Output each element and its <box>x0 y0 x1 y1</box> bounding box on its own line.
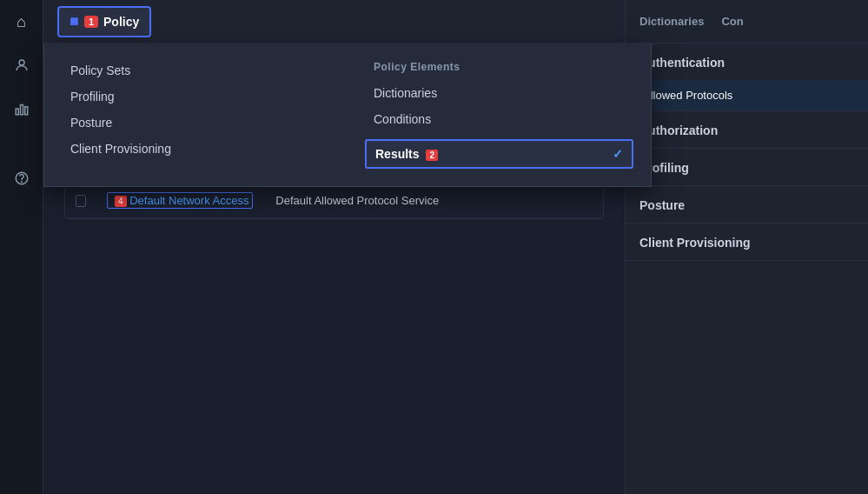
profiling-title[interactable]: Profiling <box>626 149 868 185</box>
profiling-section: Profiling <box>626 149 868 186</box>
authorization-section: Authorization <box>626 111 868 149</box>
posture-item[interactable]: Posture <box>62 110 330 136</box>
row-checkbox[interactable] <box>76 195 86 207</box>
authorization-title[interactable]: Authorization <box>626 111 868 148</box>
right-panel: Dictionaries Con Authentication Allowed … <box>625 0 868 494</box>
allowed-protocols-item[interactable]: Allowed Protocols <box>626 80 868 110</box>
results-item[interactable]: Results 2 ✓ <box>365 139 633 169</box>
left-sidebar: ⌂ <box>0 0 43 494</box>
results-badge: 2 <box>426 150 438 161</box>
top-nav: ■ 1 Policy <box>43 0 625 43</box>
chart-icon[interactable] <box>0 87 43 130</box>
svg-point-0 <box>19 60 24 65</box>
question-icon[interactable] <box>0 157 43 200</box>
policy-badge: 1 <box>84 16 98 28</box>
profiling-item[interactable]: Profiling <box>62 83 330 110</box>
service-name-text: Default Network Access <box>129 194 248 207</box>
dropdown-right-section: Policy Elements Dictionaries Conditions … <box>365 57 633 169</box>
dropdown-left-section: Policy Sets Profiling Posture Client Pro… <box>62 57 330 169</box>
results-checkmark: ✓ <box>613 147 623 161</box>
results-label: Results <box>375 147 420 161</box>
dict-header[interactable]: Dictionaries <box>639 15 704 28</box>
service-name-cell: 4 Default Network Access <box>96 184 265 217</box>
table-row: 4 Default Network Access Default Allowed… <box>65 184 603 218</box>
svg-rect-2 <box>20 105 23 115</box>
row-checkbox-cell <box>65 184 96 217</box>
description-cell: Default Allowed Protocol Service <box>265 184 603 217</box>
svg-rect-1 <box>16 109 18 115</box>
policy-menu-button[interactable]: ■ 1 Policy <box>57 6 151 37</box>
home-icon[interactable]: ⌂ <box>0 0 43 43</box>
posture-title[interactable]: Posture <box>626 186 868 223</box>
allowed-protocols-label: Allowed Protocols <box>643 89 732 102</box>
service-name-link[interactable]: 4 Default Network Access <box>107 192 253 209</box>
svg-rect-3 <box>24 107 27 115</box>
description-text: Default Allowed Protocol Service <box>275 194 439 207</box>
row-badge: 4 <box>115 196 127 207</box>
dictionaries-item[interactable]: Dictionaries <box>365 80 633 106</box>
client-provisioning-item[interactable]: Client Provisioning <box>62 136 330 162</box>
authentication-section: Authentication Allowed Protocols <box>626 43 868 111</box>
authentication-title[interactable]: Authentication <box>626 43 868 80</box>
svg-point-5 <box>21 182 22 183</box>
posture-section: Posture <box>626 186 868 224</box>
conditions-item[interactable]: Conditions <box>365 106 633 132</box>
policy-dropdown: Policy Sets Profiling Posture Client Pro… <box>43 43 652 187</box>
user-icon[interactable] <box>0 43 43 87</box>
main-area: ■ 1 Policy Policy Sets Profiling Posture… <box>43 0 625 494</box>
client-provisioning-title[interactable]: Client Provisioning <box>626 224 868 260</box>
policy-label: Policy <box>103 15 139 29</box>
con-header[interactable]: Con <box>721 15 743 28</box>
client-provisioning-section: Client Provisioning <box>626 224 868 261</box>
right-panel-header: Dictionaries Con <box>626 0 868 43</box>
policy-sets-item[interactable]: Policy Sets <box>62 57 330 83</box>
policy-elements-title: Policy Elements <box>365 57 633 77</box>
